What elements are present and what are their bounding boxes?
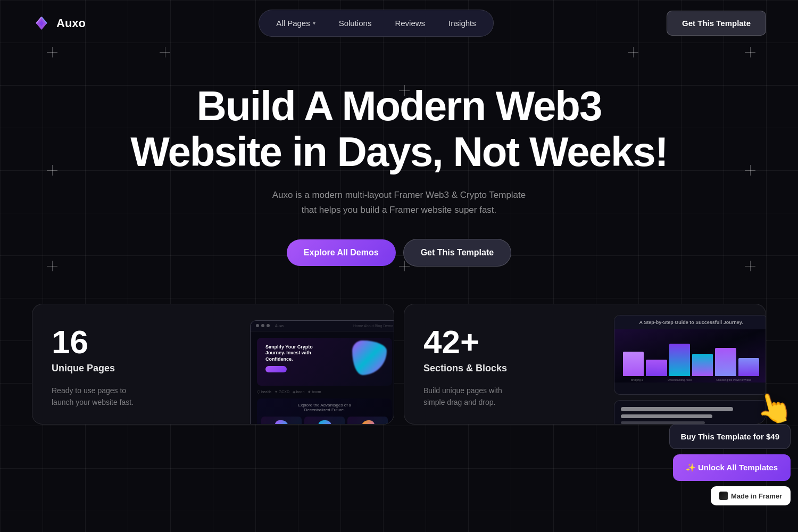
unique-pages-card: 16 Unique Pages Auxo Home About Blog Dem… <box>32 304 394 425</box>
navbar: Auxo All Pages ▾ Solutions Reviews Insig… <box>0 0 798 46</box>
preview-section-text: Explore the Advantages of aDecentralized… <box>261 403 388 412</box>
feature-cards: 16 Unique Pages Auxo Home About Blog Dem… <box>0 304 798 425</box>
logo-icon <box>32 14 51 33</box>
get-template-button[interactable]: Get This Template <box>403 239 512 267</box>
sections-blocks-card: 42+ Sections & Blocks A Step-by-Step Gui… <box>404 304 766 425</box>
bottom-popups: Buy This Template for $49 ✨ Unlock All T… <box>669 424 791 505</box>
framer-logo-icon <box>719 492 728 500</box>
preview-sub <box>621 421 705 424</box>
chevron-down-icon: ▾ <box>313 20 315 26</box>
unlock-templates-button[interactable]: ✨ Unlock All Templates <box>673 454 791 481</box>
hero-buttons: Explore All Demos Get This Template <box>11 239 787 267</box>
made-in-framer-badge[interactable]: Made in Framer <box>711 486 791 505</box>
nav-menu: All Pages ▾ Solutions Reviews Insights <box>259 10 493 37</box>
nav-insights[interactable]: Insights <box>438 14 487 32</box>
nav-reviews[interactable]: Reviews <box>384 14 436 32</box>
navbar-cta-button[interactable]: Get This Template <box>667 11 766 36</box>
explore-demos-button[interactable]: Explore All Demos <box>287 239 396 266</box>
preview-url: Auxo <box>275 324 284 328</box>
preview-title <box>621 407 733 411</box>
nav-solutions[interactable]: Solutions <box>328 14 383 32</box>
preview-hero-text: Simplify Your CryptoJourney. Invest with… <box>265 344 313 363</box>
guide-label3: Unlocking the Power of Web3 <box>716 378 751 381</box>
hero-section: Build A Modern Web3 Website in Days, Not… <box>0 46 798 293</box>
logo[interactable]: Auxo <box>32 14 86 33</box>
guide-header: A Step-by-Step Guide to Successfull Jour… <box>614 315 766 329</box>
hero-subtitle: Auxo is a modern multi-layout Framer Web… <box>11 188 787 218</box>
preview-title2 <box>621 414 712 418</box>
brand-name: Auxo <box>56 16 86 30</box>
guide-label2: Understanding Auxo <box>668 378 692 381</box>
nav-all-pages[interactable]: All Pages ▾ <box>265 14 326 32</box>
hero-title: Build A Modern Web3 Website in Days, Not… <box>11 84 787 175</box>
card2-preview: A Step-by-Step Guide to Successfull Jour… <box>614 315 766 425</box>
card-preview: Auxo Home About Blog Demo Simplify Your … <box>250 320 394 425</box>
preview-nav: Home About Blog Demo <box>353 324 393 328</box>
buy-template-button[interactable]: Buy This Template for $49 <box>669 424 791 449</box>
preview-brand-row: ⬡ health ✦ GCXD ◈ boon ★ boom <box>257 390 321 394</box>
guide-label1: Bridging & <box>631 378 643 381</box>
